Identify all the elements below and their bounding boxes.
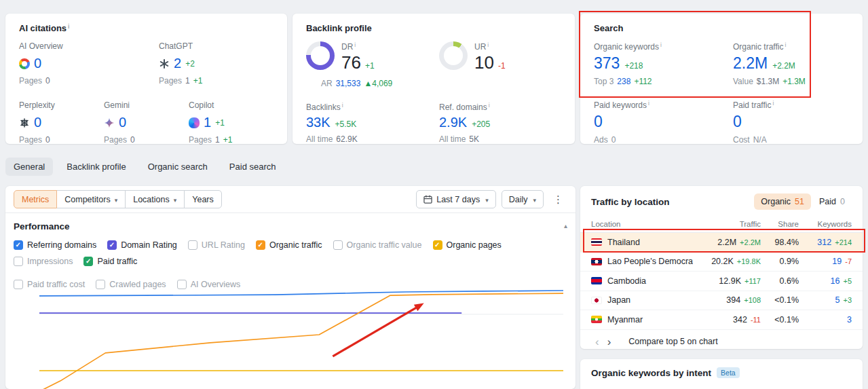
info-icon bbox=[647, 100, 649, 110]
compare-top5-link[interactable]: Compare top 5 on chart bbox=[628, 337, 717, 346]
beta-badge: Beta bbox=[717, 367, 740, 378]
metric-paid-traffic[interactable]: Paid traffic bbox=[83, 257, 137, 266]
metrics-button[interactable]: Metrics bbox=[14, 190, 57, 208]
performance-toolbar: Metrics Competitors Locations Years Last… bbox=[5, 186, 575, 213]
years-button[interactable]: Years bbox=[184, 190, 222, 208]
tab-paid-search[interactable]: Paid search bbox=[221, 158, 284, 176]
paid-keywords-value[interactable]: 0 bbox=[594, 113, 603, 131]
backlink-profile-card: Backlink profile DR 76+1 AR31,533▲4,069 … bbox=[293, 14, 575, 144]
table-row-cambodia[interactable]: Cambodia 12.9K+117 0.6% 16+5 bbox=[580, 272, 863, 291]
ai-citations-title: AI citations bbox=[19, 23, 273, 33]
competitors-dropdown[interactable]: Competitors bbox=[56, 190, 126, 208]
ref-domains-value[interactable]: 2.9K bbox=[439, 115, 467, 130]
keywords-link[interactable]: 3 bbox=[847, 315, 852, 325]
copilot-value[interactable]: 1 bbox=[204, 115, 211, 130]
calendar-icon bbox=[423, 195, 432, 204]
ai-overview-stat: AI Overview 0 Pages0 bbox=[19, 41, 159, 86]
ref-domains-block: Ref. domains 2.9K+205 All time5K bbox=[439, 102, 561, 144]
paid-traffic-block: Paid traffic 0 CostN/A bbox=[733, 100, 849, 145]
checkbox-icon bbox=[333, 240, 343, 250]
more-options-button[interactable] bbox=[549, 192, 567, 207]
date-range-dropdown[interactable]: Last 7 days bbox=[416, 190, 495, 208]
checkbox-icon bbox=[188, 240, 197, 250]
keywords-link[interactable]: 19 bbox=[832, 257, 842, 266]
table-row-laos[interactable]: Lao People's Democratic Reput 20.2K+19.8… bbox=[580, 253, 863, 272]
ai-citations-card: AI citations AI Overview 0 Pages0 ChatGP… bbox=[5, 14, 287, 144]
top3-value-link[interactable]: 238 bbox=[617, 77, 630, 86]
gemini-stat: Gemini 0 Pages0 bbox=[104, 100, 189, 145]
keywords-by-intent-title: Organic keywords by intent bbox=[591, 368, 711, 378]
metric-organic-traffic[interactable]: Organic traffic bbox=[256, 240, 322, 250]
paid-traffic-value[interactable]: 0 bbox=[733, 113, 742, 131]
metric-referring-domains[interactable]: Referring domains bbox=[14, 240, 96, 250]
metric-domain-rating[interactable]: Domain Rating bbox=[107, 240, 177, 250]
organic-traffic-block: Organic traffic 2.2M+2.2M Value$1.3M+1.3… bbox=[733, 41, 849, 86]
checkbox-icon bbox=[433, 240, 442, 250]
tab-backlink-profile[interactable]: Backlink profile bbox=[58, 158, 134, 176]
ur-donut-chart bbox=[439, 41, 468, 70]
table-row-myanmar[interactable]: Myanmar 342-11 <0.1% 3 bbox=[580, 310, 863, 330]
perplexity-value[interactable]: 0 bbox=[34, 115, 41, 130]
tab-general[interactable]: General bbox=[5, 158, 53, 176]
ai-overview-value[interactable]: 0 bbox=[34, 56, 41, 71]
myanmar-flag-icon bbox=[591, 316, 602, 323]
locations-dropdown[interactable]: Locations bbox=[125, 190, 185, 208]
info-icon bbox=[771, 100, 774, 110]
chevron-down-icon bbox=[113, 195, 118, 204]
gemini-value[interactable]: 0 bbox=[119, 115, 126, 130]
organic-toggle[interactable]: Organic51 bbox=[754, 193, 811, 210]
metric-organic-traffic-value[interactable]: Organic traffic value bbox=[333, 240, 422, 250]
collapse-section-icon[interactable] bbox=[564, 220, 567, 232]
dr-donut-chart bbox=[306, 41, 335, 70]
tab-organic-search[interactable]: Organic search bbox=[140, 158, 216, 176]
granularity-dropdown[interactable]: Daily bbox=[502, 190, 544, 208]
perplexity-stat: Perplexity 0 Pages0 bbox=[19, 100, 104, 145]
ar-value-link[interactable]: 31,533 bbox=[336, 79, 361, 88]
keywords-link[interactable]: 5 bbox=[835, 295, 840, 305]
chevron-down-icon bbox=[531, 195, 536, 204]
performance-chart bbox=[39, 274, 563, 388]
keywords-link[interactable]: 16 bbox=[831, 276, 840, 286]
gemini-label: Gemini bbox=[104, 100, 189, 110]
keywords-link[interactable]: 312 bbox=[817, 238, 831, 247]
google-icon bbox=[19, 58, 30, 69]
organic-keywords-value[interactable]: 373 bbox=[594, 54, 620, 73]
metric-impressions[interactable]: Impressions bbox=[14, 257, 73, 266]
organic-keywords-block: Organic keywords 373+218 Top 3238+112 bbox=[594, 41, 733, 86]
chatgpt-stat: ChatGPT 2 +2 Pages1+1 bbox=[159, 41, 202, 86]
paid-keywords-block: Paid keywords 0 Ads0 bbox=[594, 100, 733, 145]
paid-toggle[interactable]: Paid0 bbox=[812, 193, 852, 210]
backlink-profile-title: Backlink profile bbox=[306, 23, 561, 33]
chatgpt-value[interactable]: 2 bbox=[174, 56, 181, 71]
metric-url-rating[interactable]: URL Rating bbox=[188, 240, 245, 250]
ur-value: 10 bbox=[474, 52, 494, 73]
info-icon bbox=[67, 23, 69, 33]
info-icon bbox=[659, 42, 662, 52]
japan-flag-icon bbox=[591, 297, 602, 304]
search-title: Search bbox=[594, 23, 849, 33]
checkbox-icon bbox=[14, 240, 23, 250]
table-row-thailand[interactable]: Thailand 2.2M+2.2M 98.4% 312+214 bbox=[580, 233, 863, 253]
traffic-by-location-title: Traffic by location bbox=[591, 197, 670, 207]
perplexity-icon bbox=[19, 117, 30, 128]
copilot-icon bbox=[189, 117, 200, 128]
performance-card: Metrics Competitors Locations Years Last… bbox=[5, 186, 575, 389]
chevron-down-icon bbox=[172, 195, 177, 204]
gemini-icon bbox=[104, 117, 115, 128]
next-page-icon[interactable] bbox=[603, 336, 616, 348]
url-rating-block: UR 10-1 bbox=[439, 41, 561, 88]
table-row-japan[interactable]: Japan 394+108 <0.1% 5+3 bbox=[580, 291, 863, 311]
organic-traffic-value[interactable]: 2.2M bbox=[733, 54, 768, 73]
prev-page-icon[interactable] bbox=[591, 336, 603, 348]
backlinks-value[interactable]: 33K bbox=[306, 115, 331, 130]
ai-overview-label: AI Overview bbox=[19, 41, 159, 51]
checkbox-icon bbox=[107, 240, 117, 250]
laos-flag-icon bbox=[591, 258, 602, 265]
info-icon bbox=[487, 103, 490, 112]
metric-organic-pages[interactable]: Organic pages bbox=[433, 240, 502, 250]
copilot-label: Copilot bbox=[189, 100, 273, 110]
search-card: Search Organic keywords 373+218 Top 3238… bbox=[580, 14, 863, 144]
backlinks-block: Backlinks 33K+5.5K All time62.9K bbox=[306, 102, 439, 144]
domain-rating-block: DR 76+1 AR31,533▲4,069 bbox=[306, 41, 439, 88]
organic-paid-toggle: Organic51 Paid0 bbox=[754, 193, 852, 210]
